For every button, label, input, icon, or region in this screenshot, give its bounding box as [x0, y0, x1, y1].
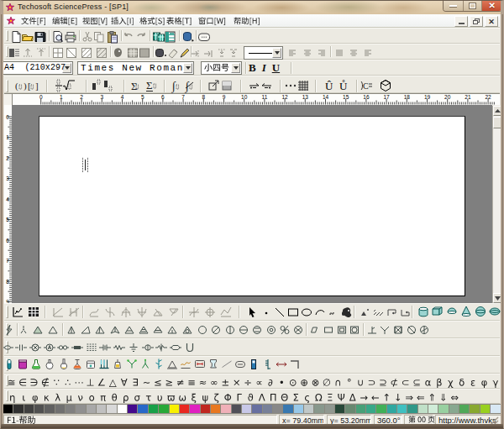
svg-text:7: 7	[181, 94, 185, 100]
svg-text:Σ: Σ	[131, 80, 138, 92]
svg-text:12: 12	[281, 94, 288, 100]
svg-text:3: 3	[100, 94, 103, 100]
svg-text:Σ: Σ	[146, 79, 153, 92]
svg-text:11: 11	[262, 94, 268, 100]
svg-text:13: 13	[302, 94, 309, 100]
svg-text:8: 8	[202, 94, 205, 100]
svg-text:2: 2	[80, 94, 83, 100]
svg-text:Ů: Ů	[339, 80, 348, 92]
svg-text:14: 14	[323, 94, 329, 100]
svg-text:5: 5	[141, 94, 144, 100]
svg-text:20: 20	[444, 94, 451, 100]
svg-text:19: 19	[424, 94, 431, 100]
svg-text:17: 17	[383, 94, 390, 100]
svg-text:10: 10	[241, 94, 248, 100]
svg-text:C: C	[363, 81, 369, 91]
svg-text:9: 9	[223, 94, 226, 100]
svg-text:16: 16	[363, 94, 370, 100]
svg-text:[: [	[28, 81, 31, 91]
svg-text:0: 0	[39, 94, 43, 100]
svg-text:Û: Û	[325, 80, 333, 92]
svg-text:15: 15	[343, 94, 349, 100]
svg-text:]: ]	[35, 81, 39, 91]
svg-text:6: 6	[161, 94, 165, 100]
svg-text:22: 22	[485, 94, 491, 100]
svg-text:(: (	[15, 81, 18, 92]
svg-text:1: 1	[60, 94, 63, 100]
svg-text:18: 18	[404, 94, 411, 100]
svg-text:4: 4	[121, 94, 124, 100]
svg-text:∫: ∫	[171, 80, 176, 93]
svg-text:21: 21	[465, 94, 471, 100]
